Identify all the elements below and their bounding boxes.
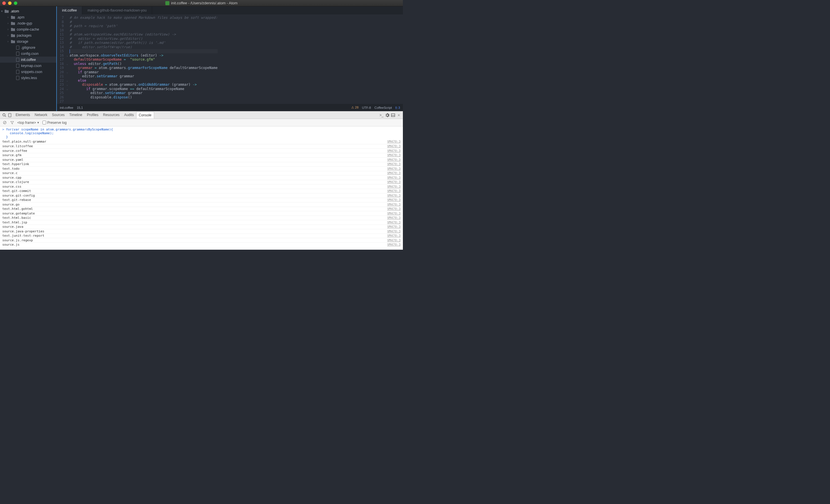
status-cursor-pos[interactable]: 15,1: [77, 106, 83, 109]
console-log-source[interactable]: VM470:3: [387, 171, 401, 175]
line-gutter[interactable]: 789101112131415161718192021222324252627: [57, 14, 65, 104]
frame-selector[interactable]: <top frame> ▼: [17, 121, 39, 125]
devtools-tab[interactable]: Profiles: [85, 112, 101, 118]
tree-file[interactable]: snippets.cson: [0, 69, 56, 75]
clear-console-icon[interactable]: [2, 120, 7, 125]
code-line[interactable]: # if path.extname(editor.getPath()) is '…: [69, 41, 218, 45]
code-line[interactable]: # path = require 'path': [69, 24, 218, 28]
tree-file[interactable]: styles.less: [0, 75, 56, 81]
code-line[interactable]: grammar = atom.grammars.grammarForScopeN…: [69, 66, 218, 70]
status-warnings[interactable]: ⚠ 28: [351, 106, 358, 109]
tree-folder[interactable]: ›packages: [0, 32, 56, 38]
search-icon[interactable]: [2, 113, 6, 118]
code-line[interactable]: if grammar.scopeName == defaultGrammarSc…: [69, 87, 218, 91]
window-zoom-button[interactable]: [14, 1, 17, 5]
frame-selector-label: <top frame>: [17, 121, 36, 125]
console-log-source[interactable]: VM470:3: [387, 189, 401, 193]
console-log-source[interactable]: VM470:3: [387, 239, 401, 242]
tree-file[interactable]: .gitignore: [0, 44, 56, 51]
tree-file[interactable]: init.coffee: [0, 57, 56, 63]
code-line[interactable]: [69, 49, 218, 54]
tree-folder[interactable]: ›storage: [0, 38, 56, 44]
code-line[interactable]: # editor.setSoftWrap(true): [69, 45, 218, 50]
fold-gutter[interactable]: ⌄⌄⌄⌄⌄⌄: [65, 14, 69, 104]
console-log-source[interactable]: VM470:3: [387, 207, 401, 211]
tree-file[interactable]: keymap.cson: [0, 63, 56, 69]
code-line[interactable]: #: [69, 28, 218, 33]
console-toggle-icon[interactable]: >_: [379, 113, 384, 118]
editor-tab[interactable]: making-github-flavored-markdown-you: [82, 6, 152, 14]
console-log-source[interactable]: VM470:3: [387, 140, 401, 144]
devtools-tab[interactable]: Resources: [101, 112, 122, 118]
code-line[interactable]: if grammar: [69, 70, 218, 74]
code-line[interactable]: else: [69, 78, 218, 83]
tree-file[interactable]: config.cson: [0, 51, 56, 57]
console-log-source[interactable]: VM470:3: [387, 158, 401, 162]
console-log-source[interactable]: VM470:3: [387, 234, 401, 238]
code-line[interactable]: atom.workspace.observeTextEditors (edito…: [69, 54, 218, 58]
tree-folder[interactable]: ›compile-cache: [0, 26, 56, 32]
tree-view[interactable]: ▾ .atom ›.apm›.node-gyp›compile-cache›pa…: [0, 6, 56, 111]
filter-icon[interactable]: [10, 120, 14, 125]
console-log-source[interactable]: VM470:3: [387, 167, 401, 170]
window-minimize-button[interactable]: [8, 1, 11, 5]
console-log-message: source.go: [2, 202, 20, 207]
devtools-tab[interactable]: Elements: [13, 112, 32, 118]
devtools-panel: ElementsNetworkSourcesTimelineProfilesRe…: [0, 111, 403, 250]
console-log-source[interactable]: VM470:3: [387, 221, 401, 224]
console-log-source[interactable]: VM470:3: [387, 229, 401, 233]
gear-icon[interactable]: [385, 113, 390, 118]
console-log-source[interactable]: VM470:3: [387, 198, 401, 202]
text-editor[interactable]: 789101112131415161718192021222324252627 …: [57, 14, 403, 104]
console-log-source[interactable]: VM470:3: [387, 212, 401, 215]
code-line[interactable]: defaultGrammarScopeName = "source.gfm": [69, 58, 218, 62]
console-log-source[interactable]: VM470:3: [387, 176, 401, 180]
code-line[interactable]: [69, 99, 218, 104]
console-log-source[interactable]: VM470:3: [387, 216, 401, 220]
devtools-tab[interactable]: Audits: [122, 112, 136, 118]
status-git[interactable]: ⎘ 3: [395, 106, 400, 109]
device-icon[interactable]: [7, 113, 12, 118]
code-line[interactable]: unless editor.getPath(): [69, 62, 218, 66]
console-log-source[interactable]: VM470:3: [387, 180, 401, 184]
preserve-log-label: Preserve log: [47, 121, 67, 125]
devtools-tab[interactable]: Sources: [50, 112, 67, 118]
code-line[interactable]: # atom.workspaceView.eachEditorView (edi…: [69, 32, 218, 37]
editor-tab[interactable]: init.coffee: [57, 6, 82, 14]
console-log-source[interactable]: VM470:3: [387, 202, 401, 207]
devtools-tab[interactable]: Console: [136, 112, 154, 119]
project-root[interactable]: ▾ .atom: [0, 8, 56, 14]
console-log-source[interactable]: VM470:3: [387, 243, 401, 247]
status-grammar[interactable]: CoffeeScript: [374, 106, 392, 109]
devtools-tab[interactable]: Network: [32, 112, 50, 118]
folder-icon: [11, 28, 15, 31]
tree-item-label: .node-gyp: [17, 21, 32, 25]
devtools-tab[interactable]: Timeline: [67, 112, 85, 118]
tree-folder[interactable]: ›.node-gyp: [0, 20, 56, 26]
close-icon[interactable]: ×: [396, 113, 401, 118]
console-log-source[interactable]: VM470:3: [387, 144, 401, 148]
console-log-source[interactable]: VM470:3: [387, 153, 401, 157]
preserve-log-checkbox[interactable]: Preserve log: [42, 121, 67, 125]
status-file[interactable]: init.coffee: [60, 106, 73, 109]
code-line[interactable]: disposable = atom.grammars.onDidAddGramm…: [69, 83, 218, 87]
console-log-source[interactable]: VM470:3: [387, 185, 401, 189]
dock-icon[interactable]: [391, 113, 395, 118]
console-log-source[interactable]: VM470:3: [387, 149, 401, 153]
code-line[interactable]: # editor = editorView.getEditor(): [69, 37, 218, 41]
code-line[interactable]: #: [69, 20, 218, 24]
code-line[interactable]: editor.setGrammar grammar: [69, 74, 218, 78]
code-line[interactable]: # An example hack to make opened Markdow…: [69, 15, 218, 20]
console-log-source[interactable]: VM470:3: [387, 194, 401, 197]
console-log-row: text.html.jspVM470:3: [0, 220, 403, 225]
status-encoding[interactable]: UTF-8: [362, 106, 371, 109]
window-close-button[interactable]: [2, 1, 6, 5]
console-output[interactable]: > for(var scopeName in atom.grammars.gra…: [0, 126, 403, 250]
preserve-log-input[interactable]: [42, 121, 46, 124]
code-line[interactable]: editor.setGrammar grammar: [69, 91, 218, 95]
code-line[interactable]: disposable.dispose(): [69, 95, 218, 100]
console-log-source[interactable]: VM470:3: [387, 225, 401, 229]
folder-icon: [11, 15, 15, 19]
tree-folder[interactable]: ›.apm: [0, 14, 56, 20]
console-log-source[interactable]: VM470:3: [387, 162, 401, 166]
